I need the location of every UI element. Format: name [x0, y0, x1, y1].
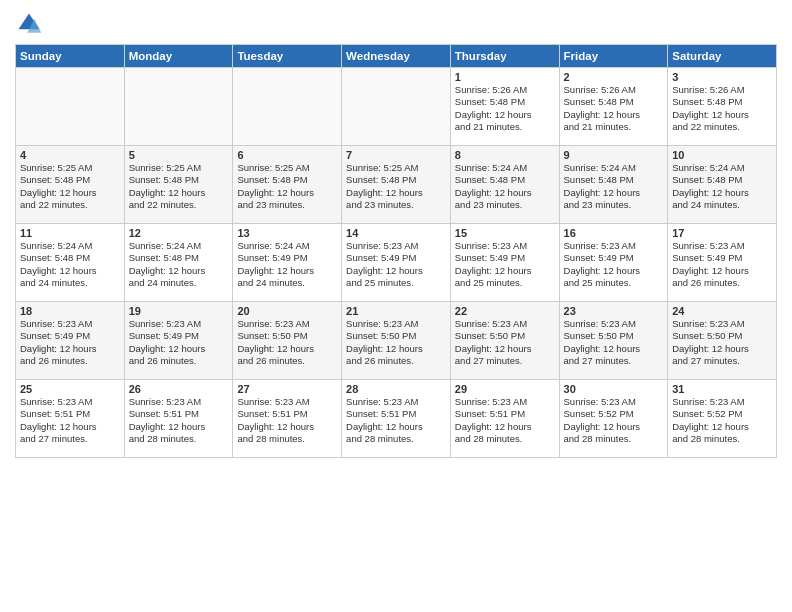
- cell-info: and 28 minutes.: [129, 433, 229, 445]
- cell-info: and 24 minutes.: [672, 199, 772, 211]
- calendar-cell: 9Sunrise: 5:24 AMSunset: 5:48 PMDaylight…: [559, 146, 668, 224]
- cell-info: Sunset: 5:51 PM: [20, 408, 120, 420]
- cell-info: Daylight: 12 hours: [129, 421, 229, 433]
- cell-info: Sunset: 5:48 PM: [20, 174, 120, 186]
- cell-info: and 26 minutes.: [20, 355, 120, 367]
- day-number: 25: [20, 383, 120, 395]
- day-number: 16: [564, 227, 664, 239]
- cell-info: Sunrise: 5:23 AM: [237, 318, 337, 330]
- calendar-cell: [342, 68, 451, 146]
- cell-info: and 24 minutes.: [20, 277, 120, 289]
- cell-info: Daylight: 12 hours: [346, 421, 446, 433]
- calendar-row-4: 25Sunrise: 5:23 AMSunset: 5:51 PMDayligh…: [16, 380, 777, 458]
- calendar-row-3: 18Sunrise: 5:23 AMSunset: 5:49 PMDayligh…: [16, 302, 777, 380]
- cell-info: Sunset: 5:51 PM: [237, 408, 337, 420]
- cell-info: Sunrise: 5:23 AM: [129, 396, 229, 408]
- calendar-cell: 24Sunrise: 5:23 AMSunset: 5:50 PMDayligh…: [668, 302, 777, 380]
- cell-info: Daylight: 12 hours: [455, 343, 555, 355]
- cell-info: Sunset: 5:48 PM: [129, 252, 229, 264]
- day-number: 22: [455, 305, 555, 317]
- day-number: 12: [129, 227, 229, 239]
- logo: [15, 10, 47, 38]
- calendar-cell: 26Sunrise: 5:23 AMSunset: 5:51 PMDayligh…: [124, 380, 233, 458]
- cell-info: Sunrise: 5:23 AM: [564, 240, 664, 252]
- calendar-cell: 13Sunrise: 5:24 AMSunset: 5:49 PMDayligh…: [233, 224, 342, 302]
- cell-info: Sunrise: 5:24 AM: [455, 162, 555, 174]
- day-number: 27: [237, 383, 337, 395]
- cell-info: Sunrise: 5:23 AM: [672, 318, 772, 330]
- cell-info: Sunrise: 5:23 AM: [346, 318, 446, 330]
- cell-info: Daylight: 12 hours: [564, 343, 664, 355]
- cell-info: Sunrise: 5:23 AM: [672, 396, 772, 408]
- cell-info: Sunrise: 5:23 AM: [455, 396, 555, 408]
- header-thursday: Thursday: [450, 45, 559, 68]
- day-number: 5: [129, 149, 229, 161]
- cell-info: Daylight: 12 hours: [20, 187, 120, 199]
- cell-info: Sunset: 5:48 PM: [129, 174, 229, 186]
- calendar-cell: 25Sunrise: 5:23 AMSunset: 5:51 PMDayligh…: [16, 380, 125, 458]
- calendar-cell: 17Sunrise: 5:23 AMSunset: 5:49 PMDayligh…: [668, 224, 777, 302]
- cell-info: and 26 minutes.: [129, 355, 229, 367]
- calendar-cell: 7Sunrise: 5:25 AMSunset: 5:48 PMDaylight…: [342, 146, 451, 224]
- calendar-cell: 21Sunrise: 5:23 AMSunset: 5:50 PMDayligh…: [342, 302, 451, 380]
- header-friday: Friday: [559, 45, 668, 68]
- cell-info: and 25 minutes.: [346, 277, 446, 289]
- cell-info: and 27 minutes.: [564, 355, 664, 367]
- header-wednesday: Wednesday: [342, 45, 451, 68]
- cell-info: and 22 minutes.: [672, 121, 772, 133]
- cell-info: Sunrise: 5:25 AM: [129, 162, 229, 174]
- cell-info: Sunrise: 5:26 AM: [455, 84, 555, 96]
- cell-info: Daylight: 12 hours: [346, 343, 446, 355]
- cell-info: Sunrise: 5:25 AM: [237, 162, 337, 174]
- cell-info: Sunrise: 5:24 AM: [564, 162, 664, 174]
- calendar-cell: 14Sunrise: 5:23 AMSunset: 5:49 PMDayligh…: [342, 224, 451, 302]
- cell-info: and 22 minutes.: [20, 199, 120, 211]
- calendar-cell: 4Sunrise: 5:25 AMSunset: 5:48 PMDaylight…: [16, 146, 125, 224]
- cell-info: Sunset: 5:48 PM: [346, 174, 446, 186]
- cell-info: Sunrise: 5:26 AM: [564, 84, 664, 96]
- cell-info: Daylight: 12 hours: [564, 187, 664, 199]
- cell-info: Sunrise: 5:25 AM: [346, 162, 446, 174]
- header-sunday: Sunday: [16, 45, 125, 68]
- cell-info: Sunrise: 5:24 AM: [237, 240, 337, 252]
- calendar-cell: [233, 68, 342, 146]
- cell-info: Sunset: 5:49 PM: [129, 330, 229, 342]
- day-number: 11: [20, 227, 120, 239]
- cell-info: Sunrise: 5:24 AM: [129, 240, 229, 252]
- cell-info: Daylight: 12 hours: [564, 421, 664, 433]
- calendar-cell: [124, 68, 233, 146]
- logo-icon: [15, 10, 43, 38]
- calendar-row-1: 4Sunrise: 5:25 AMSunset: 5:48 PMDaylight…: [16, 146, 777, 224]
- calendar-cell: 29Sunrise: 5:23 AMSunset: 5:51 PMDayligh…: [450, 380, 559, 458]
- cell-info: Daylight: 12 hours: [20, 265, 120, 277]
- cell-info: and 25 minutes.: [455, 277, 555, 289]
- header-saturday: Saturday: [668, 45, 777, 68]
- cell-info: Sunset: 5:52 PM: [564, 408, 664, 420]
- cell-info: Sunrise: 5:26 AM: [672, 84, 772, 96]
- calendar-cell: 30Sunrise: 5:23 AMSunset: 5:52 PMDayligh…: [559, 380, 668, 458]
- cell-info: and 21 minutes.: [564, 121, 664, 133]
- header: [15, 10, 777, 38]
- cell-info: and 28 minutes.: [237, 433, 337, 445]
- cell-info: Daylight: 12 hours: [237, 421, 337, 433]
- cell-info: Sunrise: 5:23 AM: [346, 240, 446, 252]
- day-number: 8: [455, 149, 555, 161]
- cell-info: and 23 minutes.: [564, 199, 664, 211]
- day-number: 14: [346, 227, 446, 239]
- day-number: 19: [129, 305, 229, 317]
- cell-info: and 21 minutes.: [455, 121, 555, 133]
- cell-info: Daylight: 12 hours: [564, 265, 664, 277]
- cell-info: Sunset: 5:48 PM: [564, 96, 664, 108]
- cell-info: and 26 minutes.: [346, 355, 446, 367]
- calendar-cell: 15Sunrise: 5:23 AMSunset: 5:49 PMDayligh…: [450, 224, 559, 302]
- cell-info: Sunrise: 5:24 AM: [672, 162, 772, 174]
- day-number: 15: [455, 227, 555, 239]
- header-row: SundayMondayTuesdayWednesdayThursdayFrid…: [16, 45, 777, 68]
- cell-info: Daylight: 12 hours: [237, 343, 337, 355]
- day-number: 18: [20, 305, 120, 317]
- cell-info: Sunset: 5:50 PM: [672, 330, 772, 342]
- cell-info: Sunset: 5:49 PM: [455, 252, 555, 264]
- day-number: 6: [237, 149, 337, 161]
- cell-info: Sunset: 5:50 PM: [564, 330, 664, 342]
- cell-info: and 27 minutes.: [672, 355, 772, 367]
